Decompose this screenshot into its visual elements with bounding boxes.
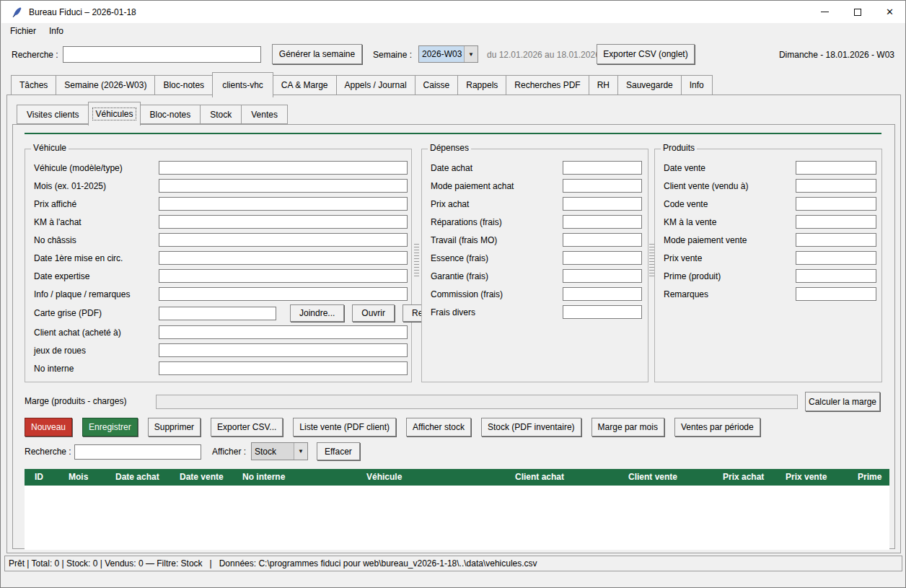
delete-button[interactable]: Supprimer (148, 418, 201, 436)
repairs-cost-input[interactable] (563, 215, 642, 229)
sale-list-pdf-button[interactable]: Liste vente (PDF client) (293, 418, 396, 436)
expertise-date-input[interactable] (159, 269, 408, 283)
menu-info[interactable]: Info (43, 25, 70, 38)
listed-price-input[interactable] (159, 197, 408, 211)
tab-taches[interactable]: Tâches (11, 75, 56, 95)
purchase-date-input[interactable] (563, 161, 642, 175)
export-csv-tab-button[interactable]: Exporter CSV (onglet) (597, 44, 695, 64)
pane-sash-grip[interactable] (414, 244, 419, 278)
new-button[interactable]: Nouveau (25, 418, 72, 436)
chassis-no-label: No châssis (25, 235, 159, 245)
toolbar-search-label: Recherche : (12, 38, 58, 71)
action-button-bar: Nouveau Enregistrer Supprimer Exporter C… (25, 418, 760, 436)
header-prime[interactable]: Prime (858, 469, 881, 486)
fuel-cost-input[interactable] (563, 251, 642, 265)
minimize-button[interactable] (809, 1, 841, 23)
purchase-payment-mode-input[interactable] (563, 179, 642, 193)
close-button[interactable]: ✕ (874, 1, 906, 23)
week-combobox[interactable]: 2026-W03 ▼ (418, 45, 478, 63)
wheel-sets-label: jeux de roues (25, 346, 159, 356)
purchase-price-input[interactable] (563, 197, 642, 211)
tab-rappels[interactable]: Rappels (457, 75, 506, 95)
margin-by-month-button[interactable]: Marge par mois (591, 418, 664, 436)
sale-code-input[interactable] (796, 197, 876, 211)
remarks-input[interactable] (796, 287, 876, 301)
tab-info[interactable]: Info (681, 75, 713, 95)
show-stock-button[interactable]: Afficher stock (406, 418, 471, 436)
internal-no-input[interactable] (159, 361, 408, 375)
vehicle-model-input[interactable] (159, 161, 408, 175)
itab-vehicules[interactable]: Véhicules (88, 102, 140, 126)
toolbar-search-input[interactable] (63, 46, 261, 63)
sale-payment-mode-input[interactable] (796, 233, 876, 247)
save-button[interactable]: Enregistrer (82, 418, 138, 436)
month-input[interactable] (159, 179, 408, 193)
tab-clients-vhc[interactable]: clients-vhc (212, 72, 273, 97)
display-filter-combobox[interactable]: Stock ▼ (251, 442, 308, 460)
purchase-client-input[interactable] (159, 325, 408, 339)
open-pdf-button[interactable]: Ouvrir (352, 304, 395, 322)
tab-sauvegarde[interactable]: Sauvegarde (617, 75, 682, 95)
wheel-sets-input[interactable] (159, 343, 408, 357)
info-plate-remarks-input[interactable] (159, 287, 408, 301)
week-combobox-value: 2026-W03 (419, 46, 464, 62)
chassis-no-input[interactable] (159, 233, 408, 247)
km-at-purchase-input[interactable] (159, 215, 408, 229)
expertise-date-label: Date expertise (25, 271, 159, 281)
filter-search-input[interactable] (74, 444, 201, 460)
header-date-achat[interactable]: Date achat (115, 469, 159, 486)
tab-caisse[interactable]: Caisse (415, 75, 459, 95)
tab-recherches-pdf[interactable]: Recherches PDF (506, 75, 589, 95)
header-prix-achat[interactable]: Prix achat (723, 469, 764, 486)
header-no-interne[interactable]: No interne (242, 469, 285, 486)
labor-cost-input[interactable] (563, 233, 642, 247)
generate-week-button[interactable]: Générer la semaine (272, 44, 362, 64)
tab-semaine[interactable]: Semaine (2026-W03) (56, 75, 155, 95)
inner-tab-bar: Visites clients Véhicules Bloc-notes Sto… (17, 101, 287, 124)
header-prix-vente[interactable]: Prix vente (786, 469, 827, 486)
chevron-down-icon[interactable]: ▼ (294, 443, 307, 460)
clear-filter-button[interactable]: Effacer (317, 442, 360, 460)
header-client-achat[interactable]: Client achat (515, 469, 564, 486)
chevron-down-icon[interactable]: ▼ (464, 46, 478, 62)
header-mois[interactable]: Mois (69, 469, 88, 486)
warranty-cost-input[interactable] (563, 269, 642, 283)
maximize-button[interactable] (841, 1, 874, 23)
header-id[interactable]: ID (35, 469, 43, 486)
header-vehicule[interactable]: Véhicule (366, 469, 402, 486)
tab-rh[interactable]: RH (589, 75, 618, 95)
tab-bloc-notes[interactable]: Bloc-notes (154, 75, 213, 95)
sale-price-input[interactable] (796, 251, 876, 265)
vehicles-table-body[interactable] (25, 486, 889, 550)
menu-fichier[interactable]: Fichier (4, 25, 43, 38)
itab-ventes[interactable]: Ventes (241, 105, 288, 124)
registration-pdf-input[interactable] (159, 307, 276, 320)
sale-date-input[interactable] (796, 161, 876, 175)
attach-pdf-button[interactable]: Joindre... (290, 304, 344, 322)
tab-appels-journal[interactable]: Appels / Journal (336, 75, 415, 95)
purchase-client-label: Client achat (acheté à) (25, 328, 159, 338)
stock-pdf-inventory-button[interactable]: Stock (PDF inventaire) (481, 418, 581, 436)
commission-cost-input[interactable] (563, 287, 642, 301)
tab-ca-marge[interactable]: CA & Marge (273, 75, 337, 95)
margin-field (156, 395, 798, 409)
sale-client-input[interactable] (796, 179, 876, 193)
info-plate-remarks-label: Info / plaque / remarques (25, 289, 159, 299)
header-client-vente[interactable]: Client vente (628, 469, 677, 486)
minimize-icon (821, 12, 829, 12)
itab-visites-clients[interactable]: Visites clients (17, 105, 89, 124)
itab-stock[interactable]: Stock (200, 105, 242, 124)
misc-cost-input[interactable] (563, 305, 642, 319)
km-at-sale-input[interactable] (796, 215, 876, 229)
sales-by-period-button[interactable]: Ventes par période (674, 418, 760, 436)
pane-sash-grip[interactable] (649, 244, 654, 278)
itab-bloc-notes[interactable]: Bloc-notes (140, 105, 201, 124)
premium-input[interactable] (796, 269, 876, 283)
compute-margin-button[interactable]: Calculer la marge (805, 392, 880, 411)
current-day-label: Dimanche - 18.01.2026 - W03 (779, 38, 894, 71)
itab-vehicules-label: Véhicules (93, 108, 135, 120)
header-date-vente[interactable]: Date vente (180, 469, 224, 486)
km-at-sale-label: KM à la vente (655, 217, 788, 227)
first-circulation-date-input[interactable] (159, 251, 408, 265)
export-csv-button[interactable]: Exporter CSV... (211, 418, 283, 436)
